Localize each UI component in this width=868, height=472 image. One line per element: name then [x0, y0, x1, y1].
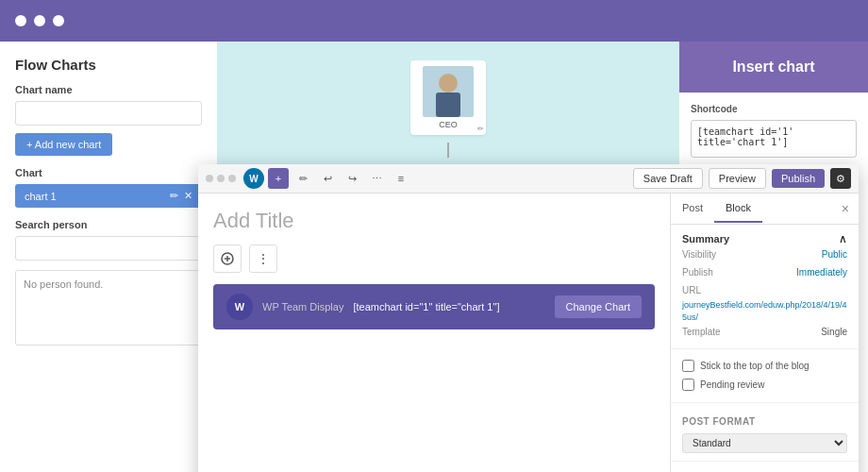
publish-row: Publish Immediately — [682, 263, 847, 281]
preview-button[interactable]: Preview — [709, 168, 766, 189]
connector-top — [447, 143, 449, 158]
shortcode-label: Shortcode — [691, 104, 857, 114]
add-chart-button[interactable]: + Add new chart — [15, 133, 112, 156]
undo-icon[interactable]: ↩ — [317, 168, 338, 189]
title-dot-2 — [34, 15, 45, 26]
wp-logo-icon[interactable]: W — [243, 168, 264, 189]
toolbar-dot-2 — [217, 175, 225, 182]
chart-name-input[interactable] — [15, 101, 202, 126]
transform-block-button[interactable] — [213, 244, 242, 273]
tab-block[interactable]: Block — [714, 194, 762, 223]
visibility-val[interactable]: Public — [822, 249, 847, 260]
url-val[interactable]: journeyBestfield.com/eduw.php/2018/4/19/… — [682, 299, 847, 323]
toolbar-dots — [206, 175, 236, 182]
template-val: Single — [821, 327, 847, 337]
ceo-edit-icon[interactable]: ✏ — [477, 125, 484, 133]
pending-review-label: Pending review — [700, 379, 764, 392]
sidebar-close-button[interactable]: × — [832, 194, 859, 224]
chart-label: Chart — [15, 167, 202, 178]
url-row: URL — [682, 281, 847, 299]
title-dot-1 — [15, 15, 26, 26]
insert-chart-header: Insert chart — [679, 42, 868, 93]
redo-icon[interactable]: ↪ — [342, 168, 362, 189]
tab-post[interactable]: Post — [671, 194, 714, 223]
edit-icon[interactable]: ✏ — [170, 190, 178, 202]
svg-text:W: W — [235, 301, 245, 312]
wp-block-logo: W — [226, 294, 253, 320]
settings-button[interactable]: ⚙ — [830, 168, 851, 189]
wp-block-controls: ⋮ — [213, 244, 655, 273]
summary-title: Summary — [682, 233, 729, 244]
org-row-top: CEO ✏ — [410, 60, 486, 135]
pending-review-row: Pending review — [682, 376, 847, 395]
wp-sidebar: Post Block × Summary ∧ Visibility Public — [670, 194, 859, 472]
stick-top-label: Stick to the top of the blog — [700, 360, 810, 373]
main-area: Flow Charts Chart name + Add new chart C… — [0, 42, 868, 472]
ellipsis-icon[interactable]: ⋯ — [366, 168, 387, 189]
summary-chevron-icon: ∧ — [839, 232, 847, 245]
post-format-label: POST FORMAT — [682, 416, 847, 427]
wp-shortcode-text: [teamchart id="1" title="chart 1"] — [353, 301, 544, 312]
title-bar — [0, 0, 868, 42]
wp-editor-body: Add Title ⋮ W — [198, 194, 859, 472]
wp-block-label-wrapper: WP Team Display — [262, 301, 343, 312]
wp-shortcode-block: W WP Team Display [teamchart id="1" titl… — [213, 284, 655, 329]
svg-point-1 — [439, 74, 458, 93]
publish-val[interactable]: Immediately — [796, 267, 847, 278]
url-key: URL — [682, 285, 701, 295]
title-dot-3 — [53, 15, 64, 26]
svg-rect-0 — [436, 93, 460, 117]
sidebar-summary-section: Summary ∧ Visibility Public Publish Imme… — [671, 225, 859, 349]
sidebar-format-section: POST FORMAT Standard — [671, 403, 859, 462]
org-ceo-name: CEO — [439, 120, 458, 129]
toolbar-action-buttons: Save Draft Preview Publish ⚙ — [633, 168, 851, 189]
chart-list-item[interactable]: chart 1 ✏ ✕ — [15, 184, 202, 208]
org-card-ceo[interactable]: CEO ✏ — [410, 60, 486, 135]
stick-top-row: Stick to the top of the blog — [682, 357, 847, 376]
sidebar-author-section: AUTHOR contact — [671, 462, 859, 472]
visibility-row: Visibility Public — [682, 245, 847, 263]
toolbar-dot-3 — [228, 175, 236, 182]
pending-review-checkbox[interactable] — [682, 379, 694, 391]
save-draft-button[interactable]: Save Draft — [633, 168, 703, 189]
summary-header[interactable]: Summary ∧ — [682, 232, 847, 245]
more-options-button[interactable]: ⋮ — [249, 244, 277, 273]
chart-name-label: Chart name — [15, 84, 202, 95]
panel-title: Flow Charts — [15, 57, 202, 73]
wp-title-input[interactable]: Add Title — [213, 209, 655, 233]
template-row: Template Single — [682, 323, 847, 341]
edit-icon[interactable]: ✏ — [292, 168, 313, 189]
left-panel: Flow Charts Chart name + Add new chart C… — [0, 42, 217, 472]
search-person-label: Search person — [15, 219, 202, 230]
publish-button[interactable]: Publish — [772, 169, 825, 188]
template-key: Template — [682, 327, 721, 337]
wp-editor-toolbar: W + ✏ ↩ ↪ ⋯ ≡ Save Draft Preview Publish… — [198, 164, 859, 194]
visibility-key: Visibility — [682, 249, 716, 260]
list-icon[interactable]: ≡ — [391, 168, 411, 189]
toolbar-dot-1 — [206, 175, 213, 182]
wp-editor: W + ✏ ↩ ↪ ⋯ ≡ Save Draft Preview Publish… — [198, 164, 859, 472]
delete-icon[interactable]: ✕ — [184, 190, 192, 202]
wp-content-area: Add Title ⋮ W — [198, 194, 670, 472]
chart-item-name: chart 1 — [25, 191, 57, 202]
shortcode-textarea[interactable]: [teamchart id='1' title='chart 1'] — [691, 120, 857, 158]
stick-top-checkbox[interactable] — [682, 360, 694, 372]
chart-item-icons: ✏ ✕ — [170, 190, 192, 202]
post-format-select[interactable]: Standard — [682, 433, 847, 453]
wp-block-plugin-label: WP Team Display — [262, 301, 343, 312]
search-person-input[interactable] — [15, 236, 202, 261]
change-chart-button[interactable]: Change Chart — [555, 295, 643, 318]
no-person-message: No person found. — [15, 270, 202, 346]
publish-key: Publish — [682, 267, 713, 278]
wp-sidebar-tabs: Post Block × — [671, 194, 859, 225]
sidebar-options-section: Stick to the top of the blog Pending rev… — [671, 349, 859, 403]
add-block-icon[interactable]: + — [268, 168, 289, 189]
